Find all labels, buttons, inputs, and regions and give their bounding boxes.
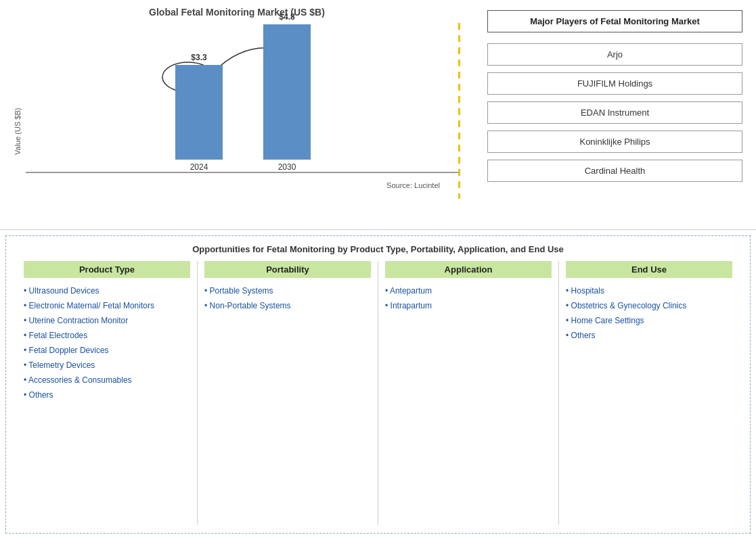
list-item: Ultrasound Devices: [24, 283, 190, 298]
main-container: Global Fetal Monitoring Market (US $B) V…: [0, 0, 756, 539]
col-items-end-use: Hospitals Obstetrics & Gynecology Clinic…: [566, 283, 732, 343]
list-item: Others: [566, 328, 732, 343]
players-panel: Major Players of Fetal Monitoring Market…: [474, 0, 756, 229]
list-item: Fetal Electrodes: [24, 328, 190, 343]
col-end-use: End Use Hospitals Obstetrics & Gynecolog…: [559, 261, 739, 525]
yellow-divider-line: [458, 23, 460, 199]
col-header-portability: Portability: [204, 261, 371, 278]
col-header-product-type: Product Type: [24, 261, 190, 278]
col-product-type: Product Type Ultrasound Devices Electron…: [17, 261, 198, 525]
chart-inner: Value (US $B) 6.7%: [14, 23, 460, 199]
chart-area: Global Fetal Monitoring Market (US $B) V…: [0, 0, 474, 229]
player-fujifilm: FUJIFILM Holdings: [487, 72, 742, 95]
bars-container: 6.7% $3.3: [26, 23, 460, 179]
list-item: Home Care Settings: [566, 313, 732, 328]
col-items-product-type: Ultrasound Devices Electronic Maternal/ …: [24, 283, 190, 402]
col-items-portability: Portable Systems Non-Portable Systems: [204, 283, 371, 313]
player-arjo: Arjo: [487, 43, 742, 66]
bottom-title: Opportunities for Fetal Monitoring by Pr…: [17, 244, 739, 254]
top-section: Global Fetal Monitoring Market (US $B) V…: [0, 0, 756, 230]
bar-value-2030: $4.8: [279, 12, 294, 22]
bars-area: 6.7% $3.3: [26, 23, 460, 199]
bottom-section: Opportunities for Fetal Monitoring by Pr…: [5, 235, 751, 534]
source-label: Source: Lucintel: [26, 181, 460, 189]
col-portability: Portability Portable Systems Non-Portabl…: [198, 261, 378, 525]
player-cardinal: Cardinal Health: [487, 160, 742, 182]
list-item: Obstetrics & Gynecology Clinics: [566, 298, 732, 313]
list-item: Others: [24, 388, 190, 402]
columns-row: Product Type Ultrasound Devices Electron…: [17, 261, 739, 525]
y-axis-label: Value (US $B): [14, 64, 22, 199]
bar-x-label-2030: 2030: [278, 162, 296, 172]
list-item: Electronic Maternal/ Fetal Monitors: [24, 298, 190, 313]
list-item: Antepartum: [385, 283, 552, 298]
list-item: Uterine Contraction Monitor: [24, 313, 190, 328]
bar-group-2030: $4.8 2030: [263, 12, 311, 172]
player-philips: Koninklijke Philips: [487, 131, 742, 153]
list-item: Intrapartum: [385, 298, 552, 313]
col-header-application: Application: [385, 261, 552, 278]
col-items-application: Antepartum Intrapartum: [385, 283, 552, 313]
list-item: Accessories & Consumables: [24, 373, 190, 388]
player-edan: EDAN Instrument: [487, 101, 742, 124]
bar-group-2024: $3.3 2024: [175, 53, 223, 172]
bar-2024: [175, 65, 223, 160]
list-item: Non-Portable Systems: [204, 298, 371, 313]
bar-x-label-2024: 2024: [190, 162, 208, 172]
col-application: Application Antepartum Intrapartum: [378, 261, 559, 525]
bars-row: $3.3 2024 $4.8 2030: [26, 23, 460, 172]
list-item: Telemetry Devices: [24, 358, 190, 373]
list-item: Fetal Doppler Devices: [24, 343, 190, 358]
bar-2030: [263, 24, 311, 160]
players-title: Major Players of Fetal Monitoring Market: [487, 10, 742, 32]
baseline: [26, 172, 460, 173]
list-item: Hospitals: [566, 283, 732, 298]
col-header-end-use: End Use: [566, 261, 732, 278]
bar-value-2024: $3.3: [191, 53, 206, 62]
list-item: Portable Systems: [204, 283, 371, 298]
